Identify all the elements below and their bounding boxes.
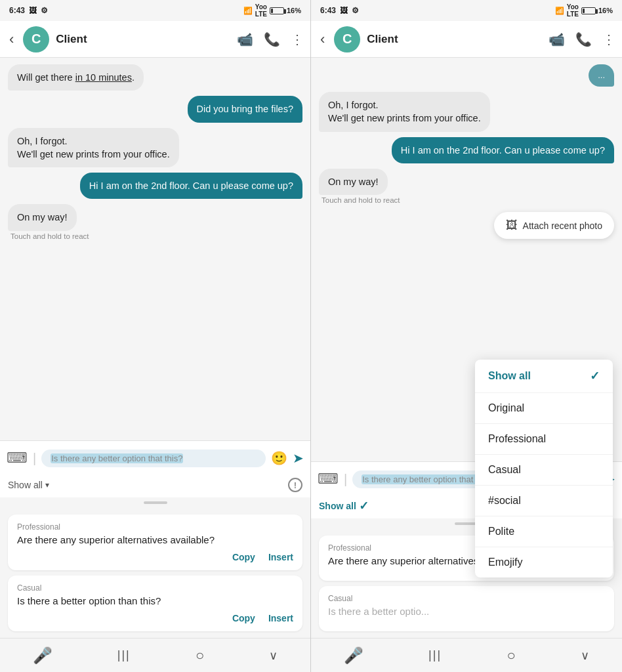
attach-icon: 🖼 [506, 219, 518, 232]
left-status-bar: 6:43 🖼 ⚙ 📶 YooLTE 16% [0, 0, 310, 21]
dropdown-item-professional[interactable]: Professional [475, 424, 613, 455]
left-battery-pct: 16% [287, 7, 301, 14]
left-card-1-insert[interactable]: Insert [268, 552, 293, 562]
dropdown-item-casual[interactable]: Casual [475, 455, 613, 486]
left-more-icon[interactable]: ⋮ [291, 32, 304, 47]
left-card-1-label: Professional [17, 522, 293, 532]
right-checkmark-icon: ✓ [359, 499, 369, 513]
dropdown-checkmark-icon: ✓ [590, 369, 600, 383]
left-phone-icon[interactable]: 📞 [264, 32, 280, 47]
dropdown-item-original[interactable]: Original [475, 393, 613, 424]
left-info-button[interactable]: ! [288, 478, 302, 492]
left-suggestion-card-1: Professional Are there any superior alte… [8, 514, 302, 570]
left-chat-area: Will get there in 10 minutes. Did you br… [0, 58, 310, 440]
right-keyboard-icon[interactable]: ⌨ [318, 471, 339, 488]
left-phone-panel: 6:43 🖼 ⚙ 📶 YooLTE 16% ‹ C Client 📹 📞 ⋮ W… [0, 0, 311, 672]
left-battery-icon [270, 7, 284, 14]
left-photo-icon: 🖼 [29, 6, 37, 15]
right-chat-header: ‹ C Client 📹 📞 ⋮ [311, 21, 622, 58]
right-signal-icon: YooLTE [567, 3, 579, 18]
left-chat-header: ‹ C Client 📹 📞 ⋮ [0, 21, 310, 58]
left-divider: | [33, 451, 36, 466]
left-header-icons: 📹 📞 ⋮ [237, 32, 304, 47]
left-wifi-icon: 📶 [243, 7, 253, 15]
right-header-icons: 📹 📞 ⋮ [549, 32, 615, 47]
right-photo-icon: 🖼 [340, 6, 348, 15]
left-home-icon[interactable]: ○ [196, 647, 204, 664]
left-suggestions: Professional Are there any superior alte… [0, 497, 310, 638]
right-msg-3: Hi I am on the 2nd floor. Can u please c… [392, 137, 614, 163]
dropdown-item-show-all[interactable]: Show all ✓ [475, 360, 613, 393]
right-card-2-label: Casual [328, 594, 605, 603]
dropdown-item-social[interactable]: #social [475, 486, 613, 516]
left-card-1-text: Are there any superior alternatives avai… [17, 534, 293, 545]
right-video-icon[interactable]: 📹 [549, 32, 565, 47]
right-suggestion-card-2: Casual Is there a better optio... [319, 586, 614, 631]
left-time: 6:43 [9, 6, 25, 15]
right-contact-name: Client [367, 33, 542, 46]
left-msg-3: Oh, I forgot.We'll get new prints from y… [8, 128, 179, 168]
left-input-section: ⌨ | Is there any better option that this… [0, 440, 310, 497]
left-send-icon[interactable]: ➤ [293, 450, 304, 466]
right-status-bar: 6:43 🖼 ⚙ 📶 YooLTE 16% [311, 0, 622, 21]
right-wifi-icon: 📶 [555, 7, 564, 15]
left-msg-5-hint: Touch and hold to react [10, 232, 89, 240]
right-home-icon[interactable]: ○ [507, 647, 516, 664]
left-back-button[interactable]: ‹ [7, 28, 16, 51]
right-nav-bar: 🎤 ||| ○ ∨ [311, 638, 622, 672]
right-more-icon[interactable]: ⋮ [602, 32, 615, 47]
left-card-2-label: Casual [17, 583, 293, 593]
left-back-nav-icon[interactable]: ∨ [269, 648, 278, 663]
attach-label: Attach recent photo [523, 220, 602, 231]
right-msg-4: On my way! [319, 169, 388, 195]
right-phone-icon[interactable]: 📞 [575, 32, 592, 47]
attach-recent-photo-button[interactable]: 🖼 Attach recent photo [494, 212, 614, 239]
right-phone-panel: 6:43 🖼 ⚙ 📶 YooLTE 16% ‹ C Client 📹 📞 ⋮ .… [311, 0, 622, 672]
left-toolbar-row: Show all ▾ ! [0, 475, 310, 497]
left-show-all-button[interactable]: Show all ▾ [8, 480, 49, 490]
dropdown-item-emojify[interactable]: Emojify [475, 547, 613, 578]
left-card-2-text: Is there a better option than this? [17, 595, 293, 606]
right-mic-icon[interactable]: 🎤 [344, 646, 363, 665]
left-msg-1: Will get there in 10 minutes. [8, 64, 144, 91]
left-signal-icon: YooLTE [255, 3, 267, 18]
left-avatar: C [23, 26, 49, 52]
right-show-all-button[interactable]: Show all ✓ [319, 499, 369, 513]
show-all-dropdown: Show all ✓ Original Professional Casual … [475, 360, 613, 578]
left-contact-name: Client [56, 33, 230, 46]
left-msg-5: On my way! [8, 204, 77, 230]
right-msg-4-hint: Touch and hold to react [321, 196, 400, 204]
right-avatar: C [334, 26, 360, 52]
left-settings-icon: ⚙ [41, 6, 48, 15]
right-battery-pct: 16% [598, 7, 613, 14]
left-mic-icon[interactable]: 🎤 [33, 646, 52, 665]
left-keyboard-icon[interactable]: ⌨ [7, 450, 28, 467]
right-msg-top: ... [589, 64, 614, 87]
right-card-2-text: Is there a better optio... [328, 606, 605, 617]
left-msg-2: Did you bring the files? [188, 96, 303, 122]
right-recents-icon[interactable]: ||| [428, 648, 442, 662]
left-card-1-copy[interactable]: Copy [232, 552, 255, 562]
left-card-2-copy[interactable]: Copy [232, 613, 255, 623]
right-settings-icon: ⚙ [352, 6, 359, 15]
left-video-icon[interactable]: 📹 [237, 32, 253, 47]
right-battery-icon [581, 7, 596, 14]
right-time: 6:43 [320, 6, 336, 15]
left-msg-4: Hi I am on the 2nd floor. Can u please c… [80, 173, 302, 199]
dropdown-item-polite[interactable]: Polite [475, 516, 613, 547]
left-input-row: ⌨ | Is there any better option that this… [0, 441, 310, 475]
left-handle-bar [144, 501, 167, 504]
left-recents-icon[interactable]: ||| [117, 648, 131, 662]
left-nav-bar: 🎤 ||| ○ ∨ [0, 638, 310, 672]
left-selected-text: Is there any better option that this? [51, 453, 183, 463]
right-divider: | [344, 472, 347, 487]
left-text-input[interactable]: Is there any better option that this? [41, 450, 266, 467]
right-back-nav-icon[interactable]: ∨ [581, 648, 589, 663]
left-chevron-down-icon: ▾ [45, 480, 49, 490]
left-suggestion-card-2: Casual Is there a better option than thi… [8, 576, 302, 631]
right-back-button[interactable]: ‹ [318, 28, 327, 51]
right-msg-2: Oh, I forgot.We'll get new prints from y… [319, 92, 490, 132]
left-card-2-insert[interactable]: Insert [268, 613, 293, 623]
left-emoji-icon[interactable]: 🙂 [271, 450, 287, 466]
